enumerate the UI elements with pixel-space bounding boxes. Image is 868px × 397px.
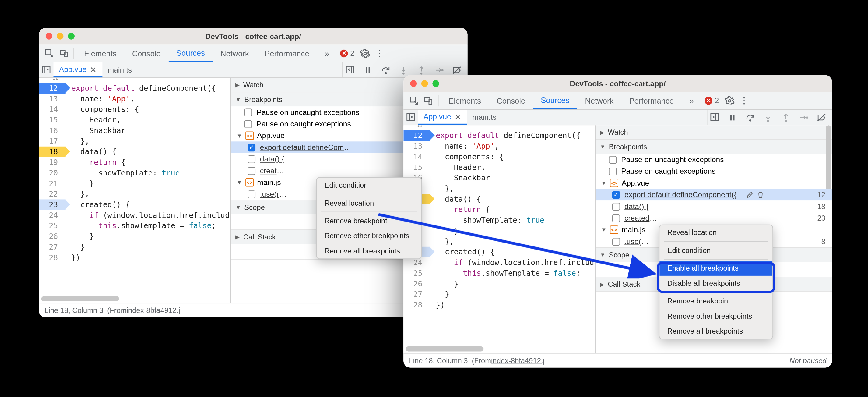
ctx-remove-bp[interactable]: Remove breakpoint [317, 213, 422, 228]
line-number[interactable]: 17 [39, 136, 66, 146]
ctx-remove-bp[interactable]: Remove breakpoint [659, 293, 772, 308]
line-number[interactable]: 24 [39, 210, 66, 221]
edit-bp-icon[interactable] [746, 191, 754, 199]
pause-icon[interactable] [361, 63, 375, 77]
h-scrollbar[interactable] [41, 296, 119, 301]
minimize-window-button[interactable] [422, 80, 428, 87]
h-scrollbar[interactable] [406, 346, 484, 351]
delete-bp-icon[interactable] [756, 191, 765, 199]
line-number[interactable]: 18 [39, 146, 66, 157]
tab-console[interactable]: Console [124, 45, 168, 62]
ctx-remove-other[interactable]: Remove other breakpoints [659, 309, 772, 323]
close-window-button[interactable] [410, 80, 417, 87]
ctx-remove-all[interactable]: Remove all breakpoints [659, 323, 772, 339]
file-tab-maints[interactable]: main.ts [102, 62, 137, 77]
line-number[interactable]: 15 [403, 162, 430, 173]
line-number[interactable]: 12 [39, 83, 66, 93]
line-number-gutter[interactable]: 111213141516171819202122232425262728 [39, 78, 66, 303]
step-over-icon[interactable] [743, 110, 757, 124]
section-breakpoints[interactable]: ▼Breakpoints [595, 140, 832, 154]
line-number[interactable]: 19 [39, 157, 66, 168]
step-into-icon[interactable] [396, 63, 411, 77]
source-map-link[interactable]: index-8bfa4912.j [127, 306, 180, 314]
source-map-link[interactable]: index-8bfa4912.j [491, 357, 545, 365]
tab-console[interactable]: Console [489, 92, 533, 109]
line-number[interactable]: 26 [403, 279, 430, 289]
error-badge[interactable]: ✕2 [340, 49, 354, 57]
close-icon[interactable]: ✕ [455, 112, 461, 121]
close-icon[interactable]: ✕ [90, 65, 96, 74]
breakpoint-context-menu-new[interactable]: Reveal location Edit condition Enable al… [659, 225, 773, 339]
code-editor[interactable]: 111213141516171819202122232425262728 exp… [403, 125, 595, 353]
more-icon[interactable] [372, 46, 386, 61]
line-number[interactable]: 28 [403, 300, 430, 310]
line-number[interactable]: 26 [39, 231, 66, 242]
ctx-remove-other[interactable]: Remove other breakpoints [317, 228, 422, 243]
line-number[interactable]: 27 [39, 242, 66, 252]
bp-row-created[interactable]: created() {23 [595, 212, 832, 224]
more-icon[interactable] [737, 93, 751, 108]
bp-file-appvue[interactable]: ▼<>App.vue [595, 177, 832, 189]
device-icon[interactable] [57, 46, 71, 61]
section-watch[interactable]: ▶Watch [595, 125, 832, 139]
bp-row-data[interactable]: data() {18 [595, 200, 832, 212]
ctx-edit-condition[interactable]: Edit condition [317, 178, 422, 193]
code-editor[interactable]: 111213141516171819202122232425262728 exp… [39, 78, 231, 303]
bp-row-export[interactable]: ✓ export default defineComponent({ 12 [595, 189, 832, 200]
line-number[interactable]: 12 [403, 131, 430, 141]
line-number[interactable]: 11 [39, 78, 66, 83]
step-icon[interactable] [797, 110, 811, 124]
line-number[interactable]: 16 [39, 125, 66, 136]
line-number[interactable]: 20 [39, 168, 66, 178]
v-scrollbar[interactable] [826, 125, 831, 198]
settings-icon[interactable] [722, 93, 737, 108]
tab-elements[interactable]: Elements [76, 45, 124, 62]
step-over-icon[interactable] [378, 63, 393, 77]
line-number[interactable]: 23 [39, 199, 66, 210]
breakpoint-context-menu-old[interactable]: Edit condition Reveal location Remove br… [316, 177, 422, 259]
line-number[interactable]: 21 [39, 178, 66, 189]
titlebar[interactable]: DevTools - coffee-cart.app/ [39, 28, 468, 45]
line-number[interactable]: 11 [403, 125, 430, 130]
ctx-disable-all[interactable]: Disable all breakpoints [659, 276, 772, 291]
file-tab-maints[interactable]: main.ts [467, 110, 502, 124]
line-number[interactable]: 15 [39, 115, 66, 125]
zoom-window-button[interactable] [432, 80, 439, 87]
line-number[interactable]: 13 [39, 93, 66, 104]
navigator-toggle-icon[interactable] [39, 62, 54, 77]
zoom-window-button[interactable] [68, 33, 74, 39]
tab-performance[interactable]: Performance [257, 45, 317, 62]
line-number[interactable]: 25 [403, 268, 430, 279]
device-icon[interactable] [422, 93, 436, 108]
line-number[interactable]: 14 [39, 104, 66, 115]
tab-network[interactable]: Network [577, 92, 621, 109]
file-tab-appvue[interactable]: App.vue✕ [53, 62, 102, 77]
tab-performance[interactable]: Performance [621, 92, 682, 109]
minimize-window-button[interactable] [57, 33, 63, 39]
debugger-toggle-icon[interactable] [707, 110, 722, 124]
file-tab-appvue[interactable]: App.vue✕ [418, 110, 467, 124]
debugger-toggle-icon[interactable] [343, 62, 358, 77]
ctx-reveal-location[interactable]: Reveal location [317, 196, 422, 210]
tab-sources[interactable]: Sources [168, 45, 213, 62]
tab-network[interactable]: Network [213, 45, 257, 62]
inspect-icon[interactable] [42, 46, 57, 61]
deactivate-bp-icon[interactable] [814, 110, 829, 124]
titlebar[interactable]: DevTools - coffee-cart.app/ [403, 75, 832, 92]
tab-elements[interactable]: Elements [441, 92, 489, 109]
line-number[interactable]: 13 [403, 141, 430, 151]
error-badge[interactable]: ✕2 [705, 96, 719, 105]
tab-sources[interactable]: Sources [533, 92, 577, 109]
close-window-button[interactable] [46, 33, 52, 39]
step-out-icon[interactable] [778, 110, 793, 124]
line-number[interactable]: 14 [403, 151, 430, 162]
line-number[interactable]: 28 [39, 252, 66, 263]
ctx-enable-all[interactable]: Enable all breakpoints [659, 261, 772, 276]
settings-icon[interactable] [358, 46, 372, 61]
line-number[interactable]: 27 [403, 289, 430, 300]
tabs-overflow[interactable]: » [682, 92, 702, 109]
step-into-icon[interactable] [761, 110, 775, 124]
ctx-edit-condition[interactable]: Edit condition [659, 243, 772, 258]
tabs-overflow[interactable]: » [317, 45, 337, 62]
ctx-reveal-location[interactable]: Reveal location [659, 225, 772, 240]
